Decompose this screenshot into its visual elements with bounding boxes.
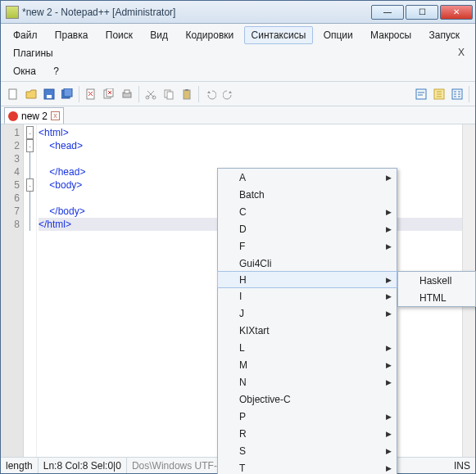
submenu-arrow-icon: ▶ — [386, 430, 392, 438]
menu-item[interactable]: F▶ — [218, 237, 397, 255]
close-file-icon[interactable] — [83, 86, 99, 102]
menu-search[interactable]: Поиск — [98, 26, 140, 44]
show-all-chars-icon[interactable] — [431, 86, 447, 102]
menu-item[interactable]: KIXtart — [218, 322, 397, 339]
menu-encoding[interactable]: Кодировки — [178, 26, 241, 44]
close-button[interactable]: ✕ — [440, 5, 473, 20]
fold-line-icon — [29, 218, 30, 231]
tab-document[interactable]: new 2 x — [4, 107, 64, 124]
menu-item-label: Batch — [239, 189, 265, 201]
menu-item[interactable]: S▶ — [218, 442, 397, 459]
submenu-arrow-icon: ▶ — [386, 344, 392, 352]
submenu-arrow-icon: ▶ — [386, 447, 392, 455]
print-icon[interactable] — [119, 86, 135, 102]
menu-item[interactable]: J▶ — [218, 305, 397, 322]
indent-guide-icon[interactable] — [449, 86, 465, 102]
menu-item[interactable]: T▶ — [218, 459, 397, 474]
unsaved-dot-icon — [8, 111, 18, 121]
code-line[interactable]: <head> — [39, 139, 475, 152]
new-file-icon[interactable] — [5, 86, 21, 102]
menu-help[interactable]: ? — [46, 62, 66, 80]
maximize-button[interactable]: ☐ — [406, 5, 438, 20]
submenu-arrow-icon: ▶ — [386, 413, 392, 421]
svg-rect-0 — [9, 89, 16, 99]
menu-item[interactable]: I▶ — [218, 287, 397, 305]
menu-item-label: Gui4Cli — [239, 258, 271, 269]
menu-macros[interactable]: Макросы — [363, 26, 419, 44]
line-number: 5 — [1, 178, 20, 192]
menu-file[interactable]: Файл — [6, 26, 45, 44]
menu-item[interactable]: Batch — [218, 186, 397, 203]
submenu-arrow-icon: ▶ — [386, 309, 392, 318]
menu-item-label: L — [239, 342, 245, 354]
app-icon — [6, 6, 19, 19]
save-icon[interactable] — [41, 86, 57, 102]
menu-run[interactable]: Запуск — [421, 26, 467, 44]
fold-gutter: --- — [24, 124, 37, 457]
toolbar — [1, 82, 475, 106]
open-file-icon[interactable] — [23, 86, 39, 102]
menu-item[interactable]: P▶ — [218, 408, 397, 425]
redo-icon[interactable] — [220, 86, 237, 102]
menu-edit[interactable]: Правка — [48, 26, 96, 44]
line-number: 2 — [1, 139, 20, 152]
pane-close-x[interactable]: X — [452, 44, 470, 61]
tab-close-icon[interactable]: x — [51, 111, 60, 120]
status-insert-mode: INS — [449, 458, 475, 473]
menu-view[interactable]: Вид — [143, 26, 175, 44]
menu-item[interactable]: H▶ — [217, 271, 397, 288]
menu-item[interactable]: Gui4Cli — [218, 255, 397, 272]
paste-icon[interactable] — [179, 86, 195, 102]
app-window: *new 2 - Notepad++ [Administrator] — ☐ ✕… — [0, 0, 476, 474]
minimize-button[interactable]: — — [371, 5, 404, 20]
menu-item-label: KIXtart — [239, 325, 270, 336]
menu-windows[interactable]: Окна — [6, 62, 43, 80]
submenu-arrow-icon: ▶ — [386, 208, 392, 216]
menu-item[interactable]: R▶ — [218, 425, 397, 442]
menu-item[interactable]: A▶ — [218, 169, 397, 186]
tab-bar: new 2 x — [1, 106, 475, 124]
window-title: *new 2 - Notepad++ [Administrator] — [22, 7, 175, 18]
svg-rect-18 — [452, 89, 462, 99]
menu-item-label: M — [239, 359, 247, 371]
wordwrap-icon[interactable] — [413, 86, 429, 102]
fold-minus-icon[interactable]: - — [26, 178, 34, 192]
menu-item[interactable]: HTML — [398, 289, 475, 306]
menu-syntax[interactable]: Синтаксисы — [244, 26, 314, 44]
line-number: 4 — [1, 165, 20, 178]
menu-options[interactable]: Опции — [316, 26, 360, 44]
menu-item[interactable]: D▶ — [218, 220, 397, 237]
line-number: 8 — [1, 218, 20, 231]
svg-rect-15 — [185, 89, 188, 91]
menu-item[interactable]: C▶ — [218, 203, 397, 220]
menu-item-label: A — [239, 172, 246, 183]
menu-item-label: Objective-C — [239, 394, 291, 405]
line-number: 6 — [1, 192, 20, 205]
fold-minus-icon[interactable]: - — [26, 139, 34, 152]
menu-plugins[interactable]: Плагины — [6, 44, 61, 62]
svg-rect-4 — [64, 88, 72, 97]
fold-minus-icon[interactable]: - — [26, 126, 34, 139]
cut-icon[interactable] — [143, 86, 159, 102]
undo-icon[interactable] — [202, 86, 219, 102]
copy-icon[interactable] — [161, 86, 177, 102]
menu-item-label: N — [239, 377, 247, 388]
menu-bar: Файл Правка Поиск Вид Кодировки Синтакси… — [1, 24, 475, 82]
menu-item[interactable]: N▶ — [218, 373, 397, 390]
menu-item[interactable]: Haskell — [398, 272, 475, 289]
save-all-icon[interactable] — [59, 86, 75, 102]
menu-item-label: R — [239, 428, 247, 440]
status-length: length — [1, 458, 39, 473]
tab-label: new 2 — [21, 111, 48, 122]
fold-line-icon — [29, 205, 30, 218]
code-line[interactable]: <html> — [39, 126, 475, 139]
code-line[interactable] — [39, 152, 475, 165]
menu-item-label: H — [239, 274, 247, 286]
menu-item[interactable]: M▶ — [218, 356, 397, 373]
close-all-icon[interactable] — [101, 86, 117, 102]
menu-item-label: D — [239, 223, 247, 235]
syntax-submenu: HaskellHTML — [397, 271, 476, 307]
submenu-arrow-icon: ▶ — [386, 361, 392, 369]
menu-item[interactable]: L▶ — [218, 339, 397, 356]
menu-item[interactable]: Objective-C — [218, 390, 397, 408]
